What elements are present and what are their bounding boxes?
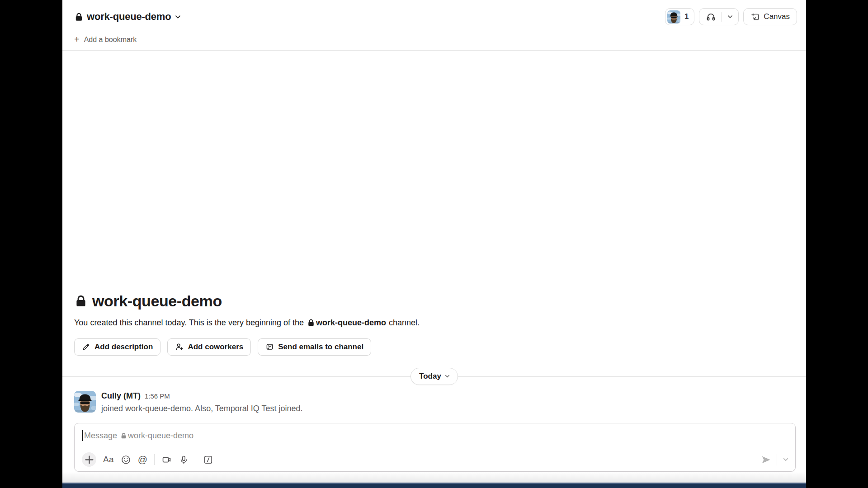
- window-bottom-bar: [62, 483, 806, 488]
- message-row: Cully (MT) 1:56 PM joined work-queue-dem…: [62, 385, 806, 414]
- button-label: Add description: [94, 343, 153, 352]
- composer-toolbar: Aa @: [82, 452, 789, 467]
- message-author[interactable]: Cully (MT): [101, 391, 141, 401]
- huddle-options-button[interactable]: [722, 9, 738, 25]
- add-bookmark-button[interactable]: + Add a bookmark: [74, 36, 137, 44]
- lock-icon: [74, 12, 84, 22]
- member-count: 1: [684, 12, 689, 21]
- send-button[interactable]: [761, 455, 771, 465]
- formatting-button[interactable]: Aa: [103, 455, 114, 465]
- plus-icon: +: [74, 35, 80, 44]
- composer-wrap: Message work-queue-demo Aa: [62, 423, 806, 472]
- avatar: [667, 10, 680, 23]
- huddle-button-group: [699, 8, 739, 25]
- intro-text-prefix: You created this channel today. This is …: [74, 318, 304, 328]
- toolbar-divider: [196, 454, 196, 465]
- message-input[interactable]: Message work-queue-demo: [82, 430, 789, 441]
- input-placeholder: Message work-queue-demo: [84, 431, 193, 441]
- channel-name-button[interactable]: work-queue-demo: [74, 11, 181, 23]
- date-label: Today: [419, 372, 441, 381]
- intro-text-suffix: channel.: [389, 318, 420, 328]
- chevron-down-icon: [175, 14, 181, 20]
- attach-button[interactable]: [82, 452, 96, 467]
- shortcuts-button[interactable]: [203, 455, 213, 465]
- add-coworkers-button[interactable]: Add coworkers: [167, 338, 251, 356]
- video-icon: [161, 455, 172, 465]
- huddle-button[interactable]: [699, 9, 722, 25]
- window-bottom-gradient: [62, 472, 806, 483]
- message-list: work-queue-demo You created this channel…: [62, 51, 806, 423]
- chevron-down-icon: [444, 373, 450, 379]
- audio-clip-button[interactable]: [179, 455, 189, 465]
- intro-actions: Add description Add coworkers: [74, 338, 794, 356]
- date-divider: Today: [62, 367, 806, 385]
- send-divider: [777, 454, 777, 465]
- mention-button[interactable]: @: [138, 454, 147, 465]
- channel-intro: work-queue-demo You created this channel…: [62, 292, 806, 367]
- avatar[interactable]: [74, 391, 96, 413]
- send-icon: [761, 455, 771, 465]
- add-bookmark-label: Add a bookmark: [84, 36, 137, 44]
- video-clip-button[interactable]: [161, 455, 172, 465]
- chevron-down-icon: [727, 14, 733, 20]
- button-label: Add coworkers: [188, 343, 243, 352]
- lock-icon: [74, 294, 88, 308]
- chevron-down-icon: [783, 456, 789, 463]
- date-pill-button[interactable]: Today: [410, 368, 458, 385]
- text-caret: [82, 430, 83, 441]
- canvas-label: Canvas: [764, 12, 790, 21]
- canvas-button[interactable]: Canvas: [743, 8, 797, 25]
- add-description-button[interactable]: Add description: [74, 338, 160, 356]
- lock-icon: [120, 432, 127, 439]
- emoji-icon: [121, 455, 131, 465]
- send-area: [761, 454, 789, 465]
- header-actions: 1: [665, 8, 797, 25]
- slack-channel-view: work-queue-demo 1: [62, 0, 806, 488]
- message-composer: Message work-queue-demo Aa: [74, 423, 796, 472]
- lock-icon: [307, 319, 315, 327]
- message-content: Cully (MT) 1:56 PM joined work-queue-dem…: [101, 391, 303, 414]
- person-add-icon: [175, 343, 184, 351]
- emoji-button[interactable]: [121, 455, 131, 465]
- mic-icon: [179, 455, 189, 465]
- channel-header: work-queue-demo 1: [62, 0, 806, 29]
- intro-title: work-queue-demo: [92, 292, 222, 310]
- send-emails-button[interactable]: Send emails to channel: [258, 338, 371, 356]
- button-label: Send emails to channel: [278, 343, 363, 352]
- schedule-send-button[interactable]: [783, 456, 789, 463]
- pencil-icon: [82, 343, 90, 351]
- message-timestamp[interactable]: 1:56 PM: [145, 392, 170, 400]
- intro-channel-ref: work-queue-demo: [316, 318, 386, 328]
- intro-heading: work-queue-demo: [74, 292, 794, 310]
- headphones-icon: [706, 12, 716, 22]
- toolbar-divider: [154, 454, 155, 465]
- message-text: joined work-queue-demo. Also, Temporal I…: [101, 403, 303, 414]
- canvas-icon: [750, 12, 760, 22]
- members-button[interactable]: 1: [665, 8, 694, 25]
- plus-icon: [82, 452, 96, 467]
- placeholder-channel: work-queue-demo: [128, 431, 193, 441]
- channel-title: work-queue-demo: [87, 11, 171, 23]
- intro-description: You created this channel today. This is …: [74, 318, 794, 328]
- slash-shortcuts-icon: [203, 455, 213, 465]
- bookmarks-bar: + Add a bookmark: [62, 29, 806, 51]
- email-icon: [265, 343, 274, 351]
- placeholder-prefix: Message: [84, 431, 117, 441]
- message-meta: Cully (MT) 1:56 PM: [101, 391, 303, 401]
